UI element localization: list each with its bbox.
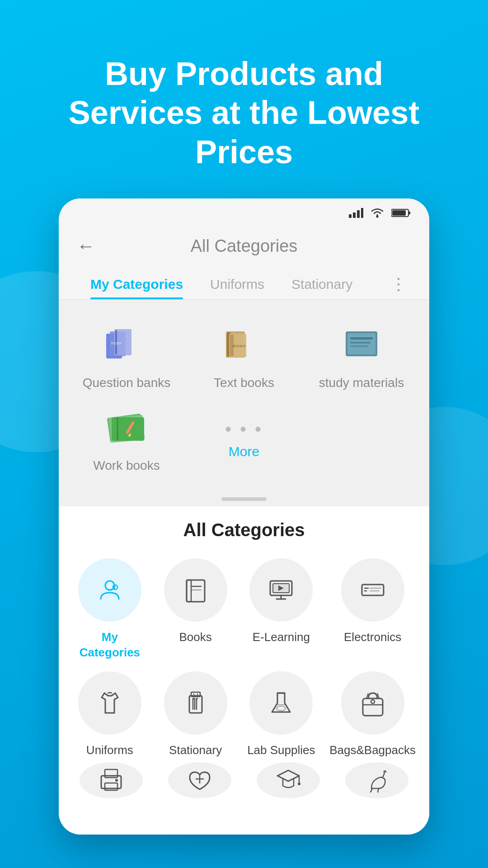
electronics-label: Electronics [344, 630, 401, 645]
more-row: Work books • • • More [59, 401, 429, 492]
books-label: Books [179, 630, 211, 645]
page-title: All Categories [191, 236, 298, 256]
work-books-image [99, 405, 154, 450]
svg-point-71 [298, 783, 300, 785]
books-icon-circle [164, 558, 227, 622]
top-category-grid: STUDY Question banks BOOKS Text books [59, 300, 429, 400]
svg-rect-24 [350, 342, 371, 344]
svg-rect-6 [408, 212, 410, 214]
question-banks-label: Question banks [83, 375, 171, 391]
all-cat-elearning[interactable]: E-Learning [244, 558, 319, 660]
svg-text:BOOKS: BOOKS [233, 344, 245, 348]
printing-icon-circle [80, 762, 143, 798]
svg-text:STUDY: STUDY [111, 342, 122, 345]
svg-rect-2 [357, 210, 360, 218]
signal-icon [349, 207, 363, 221]
elearning-icon-circle [249, 558, 313, 622]
stationary-label: Stationary [169, 743, 222, 758]
electronics-icon-circle [341, 558, 404, 622]
three-dots-icon: • • • [225, 419, 263, 439]
lab-supplies-label: Lab Supplies [247, 743, 315, 758]
all-cat-graduation[interactable] [249, 762, 327, 816]
all-categories-grid: My Categories Books [72, 558, 416, 758]
hero-section: Buy Products and Services at the Lowest … [0, 0, 488, 198]
cat-study-materials[interactable]: study materials [307, 313, 416, 400]
text-books-image: BOOKS [217, 322, 271, 368]
tab-uniforms[interactable]: Uniforms [197, 269, 278, 299]
svg-rect-7 [392, 210, 406, 216]
cat-text-books[interactable]: BOOKS Text books [190, 313, 298, 400]
health-icon-circle [168, 762, 231, 798]
my-categories-label: My Categories [72, 630, 147, 660]
all-cat-lab-supplies[interactable]: Lab Supplies [244, 671, 319, 758]
wifi-icon [371, 207, 384, 221]
all-categories-title: All Categories [72, 520, 416, 540]
svg-rect-49 [189, 696, 202, 713]
partial-categories-row [72, 762, 416, 816]
graduation-icon-circle [257, 762, 320, 798]
bags-icon-circle [341, 671, 404, 735]
phone-mockup: ← All Categories My Categories Uniforms … [59, 198, 429, 835]
text-books-label: Text books [214, 375, 274, 391]
app-header: ← All Categories [59, 226, 429, 265]
svg-rect-0 [349, 214, 352, 218]
svg-rect-58 [363, 698, 383, 716]
svg-rect-23 [350, 337, 373, 340]
cat-work-books[interactable]: Work books [72, 401, 181, 478]
svg-rect-1 [353, 212, 356, 218]
svg-rect-25 [350, 345, 368, 347]
tab-stationary[interactable]: Stationary [278, 269, 366, 299]
svg-point-60 [371, 700, 375, 703]
back-button[interactable]: ← [77, 236, 95, 256]
my-categories-icon-circle [78, 558, 141, 622]
toys-icon-circle [345, 762, 408, 798]
all-cat-health[interactable] [161, 762, 239, 816]
svg-rect-3 [361, 208, 363, 218]
all-cat-uniforms[interactable]: Uniforms [72, 671, 147, 758]
svg-marker-69 [277, 770, 299, 781]
svg-rect-43 [362, 585, 384, 595]
svg-rect-65 [105, 783, 117, 790]
elearning-label: E-Learning [253, 630, 310, 645]
sheet-handle [59, 492, 429, 506]
tabs-row: My Categories Uniforms Stationary ⋮ [59, 265, 429, 300]
tab-my-categories[interactable]: My Categories [77, 269, 197, 299]
all-cat-electronics[interactable]: Electronics [329, 558, 416, 660]
svg-point-56 [277, 706, 286, 711]
all-cat-my-categories[interactable]: My Categories [72, 558, 147, 660]
work-books-label: Work books [93, 458, 160, 474]
all-cat-stationary[interactable]: Stationary [158, 671, 233, 758]
cat-question-banks[interactable]: STUDY Question banks [72, 313, 181, 400]
study-materials-image [334, 322, 389, 368]
bottom-section: All Categories My Categories [59, 506, 429, 835]
all-cat-toys[interactable] [338, 762, 416, 816]
empty-cell [307, 401, 416, 478]
all-cat-printing[interactable] [72, 762, 150, 816]
more-label: More [229, 444, 259, 459]
study-materials-label: study materials [319, 375, 404, 391]
all-cat-books[interactable]: Books [158, 558, 233, 660]
svg-point-4 [376, 216, 379, 218]
tabs-overflow-menu[interactable]: ⋮ [386, 270, 411, 298]
lab-supplies-icon-circle [249, 671, 313, 735]
status-bar [59, 198, 429, 226]
svg-rect-34 [187, 580, 205, 602]
uniforms-label: Uniforms [86, 743, 133, 758]
svg-rect-22 [347, 333, 375, 354]
stationary-icon-circle [164, 671, 227, 735]
all-cat-bags[interactable]: Bags&Bagpacks [329, 671, 416, 758]
uniforms-icon-circle [78, 671, 141, 735]
more-indicator[interactable]: • • • More [190, 401, 298, 478]
bags-label: Bags&Bagpacks [329, 743, 416, 758]
svg-point-66 [115, 779, 118, 782]
handle-bar [221, 497, 267, 501]
question-banks-image: STUDY [99, 322, 154, 368]
hero-title: Buy Products and Services at the Lowest … [36, 54, 452, 171]
battery-icon [391, 207, 411, 221]
